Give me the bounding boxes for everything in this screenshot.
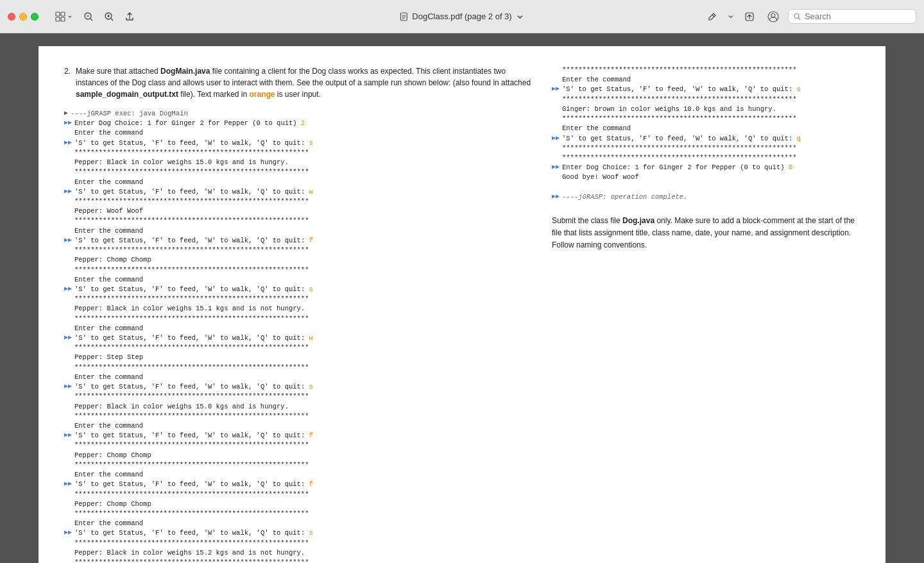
profile-button[interactable]	[764, 8, 783, 25]
orange-label: orange	[250, 90, 275, 99]
svg-rect-1	[61, 12, 65, 16]
right-column: ****************************************…	[552, 65, 860, 563]
zoom-in-button[interactable]	[100, 9, 118, 24]
enter-cmd-2: Enter the command	[64, 178, 533, 187]
stars-2: ****************************************…	[64, 167, 533, 177]
svg-rect-3	[61, 17, 65, 21]
stars-1: ****************************************…	[64, 148, 533, 158]
svg-line-6	[90, 19, 92, 21]
svg-line-15	[712, 15, 714, 17]
zoom-out-button[interactable]	[80, 9, 98, 24]
share-button[interactable]	[121, 9, 139, 24]
svg-point-18	[771, 13, 775, 17]
pdf-viewer: 2. Make sure that attached DogMain.java …	[0, 33, 924, 563]
toolbar-left	[51, 9, 139, 24]
titlebar-title: DogClass.pdf (page 2 of 3)	[399, 12, 524, 21]
svg-point-19	[794, 13, 799, 18]
document-title: DogClass.pdf (page 2 of 3)	[412, 12, 511, 21]
prompt-w-1: ▶▶ 'S' to get Status, 'F' to feed, 'W' t…	[64, 187, 533, 197]
page-content: 2. Make sure that attached DogMain.java …	[38, 46, 886, 563]
enter-cmd-1: Enter the command	[64, 128, 533, 138]
annotate-dropdown[interactable]	[726, 11, 735, 22]
svg-rect-0	[56, 12, 60, 16]
code-line-dog-choice-1: ▶▶ Enter Dog Choice: 1 for Ginger 2 for …	[64, 119, 533, 128]
instruction-block: 2. Make sure that attached DogMain.java …	[64, 65, 533, 100]
prompt-s-1: ▶▶ 'S' to get Status, 'F' to feed, 'W' t…	[64, 139, 533, 148]
dogmain-filename: DogMain.java	[160, 67, 210, 76]
svg-line-20	[798, 17, 800, 19]
left-code-block: ▶ ----jGRASP exec: java DogMain ▶▶ Enter…	[64, 109, 533, 563]
submit-instructions: Submit the class file Dog.java only. Mak…	[552, 215, 860, 252]
output-filename: sample_dogmain_output.txt	[76, 90, 178, 99]
grasp-exec-text: ----jGRASP exec: java DogMain	[71, 109, 533, 119]
left-column: 2. Make sure that attached DogMain.java …	[64, 65, 533, 563]
dog-choice-text-1: Enter Dog Choice: 1 for Ginger 2 for Pep…	[74, 119, 533, 128]
page-nav-button[interactable]	[51, 9, 77, 24]
status-1: Pepper: Black in color weighs 15.0 kgs a…	[64, 158, 533, 167]
toolbar-right	[703, 8, 916, 25]
minimize-button[interactable]	[19, 13, 27, 21]
arrow-1: ▶▶	[64, 119, 72, 128]
svg-rect-2	[56, 17, 60, 21]
upload-button[interactable]	[740, 9, 758, 24]
search-box[interactable]	[788, 9, 916, 24]
svg-line-10	[111, 19, 113, 21]
instruction-number: 2.	[64, 65, 71, 100]
search-input[interactable]	[805, 12, 911, 21]
dogjava-filename: Dog.java	[622, 216, 654, 225]
grasp-exec-line: ▶ ----jGRASP exec: java DogMain	[64, 109, 533, 119]
close-button[interactable]	[8, 13, 15, 21]
traffic-lights	[8, 13, 38, 21]
instruction-text: Make sure that attached DogMain.java fil…	[76, 65, 533, 100]
titlebar: DogClass.pdf (page 2 of 3)	[0, 0, 924, 33]
right-terminal-block: ****************************************…	[552, 65, 860, 202]
arrow-2: ▶▶	[64, 139, 72, 148]
annotate-button[interactable]	[703, 9, 721, 24]
maximize-button[interactable]	[31, 13, 38, 21]
